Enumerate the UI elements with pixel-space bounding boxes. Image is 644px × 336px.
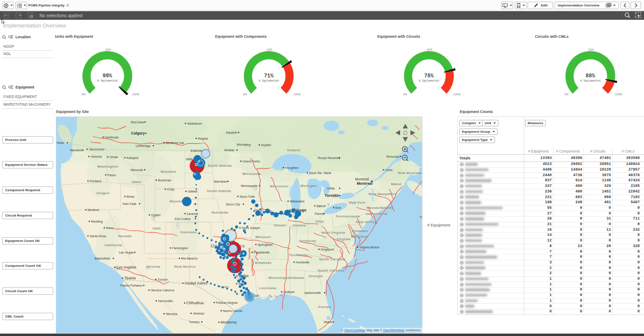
svg-text:Estevan: Estevan [191,149,203,153]
svg-text:Alabama: Alabama [289,276,304,280]
svg-text:Grand Forks: Grand Forks [243,159,260,163]
svg-text:Colorado: Colorado [180,230,197,234]
svg-text:West Virginia: West Virginia [321,231,345,235]
svg-text:Washington: Washington [97,165,118,168]
svg-text:Winnipeg: Winnipeg [237,143,251,147]
svg-text:Kingsport: Kingsport [321,247,334,251]
svg-text:Toronto: Toronto [325,193,339,198]
svg-text:Illinois: Illinois [274,223,286,227]
svg-text:Arkansas: Arkansas [255,261,271,265]
svg-text:Florida: Florida [318,305,331,309]
svg-text:0%: 0% [243,93,247,96]
svg-text:New Mexico: New Mexico [174,265,196,269]
svg-text:Cody: Cody [167,187,174,191]
svg-text:Detroit: Detroit [316,204,326,208]
svg-text:Delaware: Delaware [352,229,368,233]
svg-text:Montreal: Montreal [357,181,373,186]
svg-text:Oregon: Oregon [97,191,110,195]
svg-text:Victoria: Victoria [91,155,102,159]
svg-text:Georgia: Georgia [308,274,322,278]
svg-text:Jiménez: Jiménez [193,312,205,315]
svg-text:Michigan: Michigan [301,184,317,188]
svg-text:North Carolina: North Carolina [319,257,345,261]
svg-text:Virginia Beach: Virginia Beach [359,245,380,249]
svg-text:0%: 0% [403,93,407,96]
svg-text:50%: 50% [427,48,432,52]
svg-text:South Dakota: South Dakota [207,189,231,193]
svg-text:North Dakota: North Dakota [208,164,231,168]
svg-text:0%: 0% [82,93,85,96]
svg-text:Los Angeles: Los Angeles [117,265,136,269]
svg-text:Torreón: Torreón [189,320,200,324]
svg-text:Heroica Caborca: Heroica Caborca [151,288,175,292]
svg-text:Montréal: Montréal [355,177,369,181]
svg-text:% Implemented: % Implemented [97,79,118,82]
svg-text:mpbell River: mpbell River [56,141,64,145]
svg-text:Kalispell: Kalispell [127,156,139,160]
svg-text:Sault Ste. Marie: Sault Ste. Marie [309,171,331,175]
svg-text:Louisiana: Louisiana [259,286,276,290]
svg-text:Missouri: Missouri [255,235,271,239]
svg-text:Nuevo Laredo: Nuevo Laredo [223,309,243,313]
svg-text:Rio Rancho: Rio Rancho [181,257,197,260]
svg-text:100%: 100% [453,93,461,96]
svg-text:Tijuana: Tijuana [124,276,136,280]
svg-text:Connecticut: Connecticut [366,212,388,216]
svg-text:100%: 100% [132,93,139,96]
svg-text:Saint Joseph: Saint Joseph [242,226,260,230]
svg-text:Ogden: Ogden [151,213,161,217]
svg-text:Arizona: Arizona [146,265,160,269]
svg-text:Orillia: Orillia [327,186,335,190]
svg-text:Virginia: Virginia [337,237,351,241]
svg-text:Wisconsin: Wisconsin [270,184,289,188]
svg-text:Rimouski: Rimouski [386,155,399,159]
svg-text:New York: New York [349,201,366,205]
svg-text:Pennsylvania: Pennsylvania [336,214,360,218]
svg-text:Missoula: Missoula [131,168,143,172]
svg-text:Laramie: Laramie [187,212,198,216]
svg-text:Kamloops: Kamloops [105,135,119,139]
svg-text:Montana: Montana [161,170,176,174]
svg-text:Tucson: Tucson [158,278,168,281]
svg-text:Boise: Boise [127,195,134,199]
svg-text:Medford: Medford [88,208,99,212]
svg-text:Nova: Nova [419,214,422,219]
svg-text:Minnesota: Minnesota [242,172,261,176]
svg-text:Hermosillo: Hermosillo [158,299,173,303]
svg-text:Sioux City: Sioux City [226,202,240,206]
svg-text:Mississippi: Mississippi [268,276,289,280]
svg-text:% Implemented: % Implemented [259,79,279,82]
svg-text:Winkler: Winkler [224,148,235,152]
svg-text:Twin Falls: Twin Falls [122,202,137,206]
svg-text:Kentucky: Kentucky [299,239,316,243]
svg-text:Maine: Maine [391,182,402,186]
svg-text:Fort Collins: Fort Collins [175,217,191,221]
svg-text:Aberdeen: Aberdeen [214,180,228,183]
svg-text:Lethbridge: Lethbridge [136,144,151,148]
svg-text:Parma: Parma [315,212,324,216]
svg-text:50%: 50% [105,48,111,52]
svg-text:Maryland: Maryland [351,235,368,238]
svg-text:Saskatoon: Saskatoon [187,122,202,125]
svg-text:Farmington: Farmington [172,246,188,250]
svg-text:Idaho: Idaho [131,180,141,184]
svg-text:Dryden: Dryden [261,143,271,147]
svg-text:New Brunswick: New Brunswick [398,171,422,175]
svg-text:Redding: Redding [91,220,103,223]
svg-text:Santa Rosa: Santa Rosa [90,234,106,238]
svg-text:Vancouver: Vancouver [89,147,105,151]
svg-text:Indiana: Indiana [293,223,306,227]
svg-text:Springfield: Springfield [258,243,272,247]
svg-text:Nebraska: Nebraska [211,211,228,214]
svg-text:Sioux Falls: Sioux Falls [240,195,255,199]
svg-text:California: California [105,243,122,247]
svg-text:Reno: Reno [106,226,113,230]
svg-text:© OpenCycleMap, Map data © Ope: © OpenCycleMap, Map data © OpenStreetMap… [341,329,421,332]
svg-text:Fayetteville: Fayetteville [254,250,270,254]
svg-text:Dauphin: Dauphin [226,131,237,134]
svg-text:0%: 0% [565,93,568,96]
svg-text:100%: 100% [615,93,622,96]
svg-text:Chihuahua: Chihuahua [186,301,204,305]
svg-text:Medicine Hat: Medicine Hat [166,141,184,145]
svg-text:Houghton: Houghton [285,166,299,170]
